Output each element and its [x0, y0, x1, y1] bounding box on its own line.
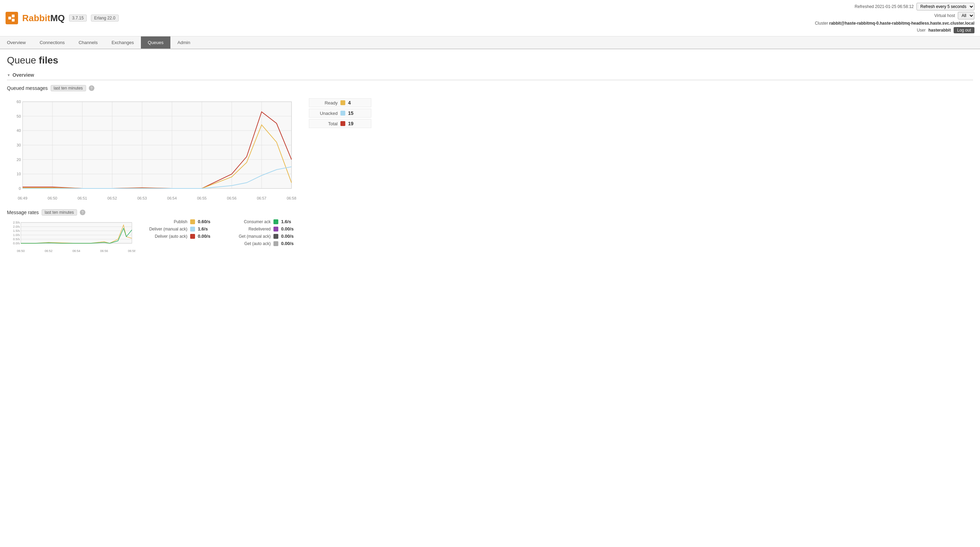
rate-row-consumer-ack: Consumer ack 1.6/s: [229, 219, 298, 224]
svg-rect-2: [12, 19, 14, 22]
legend-row-unacked: Unacked 15: [309, 109, 371, 118]
queued-messages-help-icon[interactable]: ?: [89, 85, 94, 91]
queued-messages-chart-container: [7, 95, 298, 202]
rate-label-consumer-ack: Consumer ack: [229, 219, 271, 224]
legend-value-ready: 4: [348, 100, 351, 105]
rate-row-get-manual: Get (manual ack) 0.00/s: [229, 234, 298, 239]
legend-row-ready: Ready 4: [309, 98, 371, 107]
svg-rect-0: [8, 17, 11, 19]
legend-dot-unacked: [340, 111, 345, 116]
user-label: User: [917, 28, 926, 33]
rate-dot-publish: [190, 219, 195, 224]
rate-label-redelivered: Redelivered: [229, 227, 271, 232]
rate-value-deliver-manual: 1.6/s: [198, 226, 208, 232]
logout-button[interactable]: Log out: [954, 27, 974, 33]
page-content: Queue files ▼ Overview Queued messages l…: [0, 49, 980, 259]
nav-tab-channels[interactable]: Channels: [72, 37, 105, 49]
message-rates-section: Publish 0.60/s Deliver (manual ack) 1.6/…: [7, 219, 973, 254]
nav-tab-queues[interactable]: Queues: [141, 37, 171, 49]
top-bar: RabbitMQ 3.7.15 Erlang 22.0 Refreshed 20…: [0, 0, 980, 37]
logo-icon: [6, 12, 18, 24]
queued-messages-legend: Ready 4 Unacked 15 Total 19: [309, 98, 371, 128]
rate-label-deliver-manual: Deliver (manual ack): [146, 227, 188, 232]
queued-messages-chart: [7, 95, 298, 202]
nav-tab-exchanges[interactable]: Exchanges: [105, 37, 140, 49]
message-rates-label: Message rates: [7, 210, 39, 215]
page-title-name: files: [39, 55, 58, 65]
vhost-row: Virtual host All: [934, 12, 974, 19]
rate-value-get-manual: 0.00/s: [281, 234, 294, 239]
rate-row-publish: Publish 0.60/s: [146, 219, 215, 224]
cluster-value: rabbit@haste-rabbitmq-0.haste-rabbitmq-h…: [829, 21, 975, 26]
rate-dot-redelivered: [274, 227, 278, 232]
rates-left-col: Publish 0.60/s Deliver (manual ack) 1.6/…: [146, 219, 215, 246]
message-rates-chart: [7, 219, 135, 254]
rates-right-col: Consumer ack 1.6/s Redelivered 0.00/s Ge…: [229, 219, 298, 246]
section-label: Overview: [13, 72, 34, 78]
legend-dot-total: [340, 121, 345, 126]
nav-tab-overview[interactable]: Overview: [0, 37, 33, 49]
section-arrow: ▼: [7, 73, 10, 77]
nav-tab-connections[interactable]: Connections: [33, 37, 72, 49]
erlang-badge: Erlang 22.0: [91, 14, 118, 22]
rate-dot-deliver-manual: [190, 227, 195, 232]
queued-messages-chart-section: Ready 4 Unacked 15 Total 19: [7, 95, 973, 202]
nav-bar: Overview Connections Channels Exchanges …: [0, 37, 980, 49]
message-rates-chart-container: [7, 219, 135, 254]
legend-label-total: Total: [313, 121, 338, 126]
refreshed-text: Refreshed 2021-01-25 06:58:12: [855, 4, 914, 9]
version-badge: 3.7.15: [69, 14, 87, 22]
overview-section-header[interactable]: ▼ Overview: [7, 70, 973, 80]
message-rates-time-badge: last ten minutes: [41, 209, 77, 216]
cluster-row: Cluster rabbit@haste-rabbitmq-0.haste-ra…: [815, 21, 974, 26]
rate-row-redelivered: Redelivered 0.00/s: [229, 226, 298, 232]
rate-dot-get-manual: [274, 234, 278, 239]
cluster-label: Cluster: [815, 21, 828, 26]
rate-dot-deliver-auto: [190, 234, 195, 239]
legend-label-unacked: Unacked: [313, 111, 338, 116]
rate-label-deliver-auto: Deliver (auto ack): [146, 234, 188, 239]
page-title-prefix: Queue: [7, 55, 36, 65]
refresh-row: Refreshed 2021-01-25 06:58:12 Refresh ev…: [855, 3, 974, 10]
rate-dot-get-auto: [274, 241, 278, 246]
legend-value-unacked: 15: [348, 110, 354, 116]
rate-dot-consumer-ack: [274, 219, 278, 224]
vhost-label: Virtual host: [934, 13, 955, 18]
rate-value-publish: 0.60/s: [198, 219, 210, 224]
queued-messages-label: Queued messages: [7, 85, 48, 91]
queued-messages-time-badge: last ten minutes: [51, 85, 86, 91]
rate-value-redelivered: 0.00/s: [281, 226, 294, 232]
legend-dot-ready: [340, 100, 345, 105]
rate-value-consumer-ack: 1.6/s: [281, 219, 291, 224]
queued-messages-title: Queued messages last ten minutes ?: [7, 85, 973, 91]
rate-value-get-auto: 0.00/s: [281, 241, 294, 246]
page-title: Queue files: [7, 55, 973, 66]
user-value: hasterabbit: [928, 28, 951, 33]
legend-label-ready: Ready: [313, 100, 338, 105]
vhost-select[interactable]: All: [958, 12, 974, 19]
rate-row-deliver-manual: Deliver (manual ack) 1.6/s: [146, 226, 215, 232]
rate-label-get-auto: Get (auto ack): [229, 241, 271, 246]
nav-tab-admin[interactable]: Admin: [170, 37, 197, 49]
message-rates-help-icon[interactable]: ?: [80, 210, 85, 215]
message-rates-title: Message rates last ten minutes ?: [7, 209, 973, 216]
svg-rect-1: [12, 14, 14, 17]
legend-row-total: Total 19: [309, 119, 371, 128]
legend-value-total: 19: [348, 121, 354, 126]
refresh-select[interactable]: Refresh every 5 seconds: [916, 3, 974, 10]
rate-label-get-manual: Get (manual ack): [229, 234, 271, 239]
message-rates-legend: Publish 0.60/s Deliver (manual ack) 1.6/…: [146, 219, 298, 246]
rate-row-get-auto: Get (auto ack) 0.00/s: [229, 241, 298, 246]
logo-area: RabbitMQ 3.7.15 Erlang 22.0: [6, 12, 119, 24]
top-right-info: Refreshed 2021-01-25 06:58:12 Refresh ev…: [815, 3, 974, 33]
rate-label-publish: Publish: [146, 219, 188, 224]
rate-row-deliver-auto: Deliver (auto ack) 0.00/s: [146, 234, 215, 239]
logo-text: RabbitMQ: [22, 13, 65, 24]
user-row: User hasterabbit Log out: [917, 27, 974, 33]
rate-value-deliver-auto: 0.00/s: [198, 234, 210, 239]
